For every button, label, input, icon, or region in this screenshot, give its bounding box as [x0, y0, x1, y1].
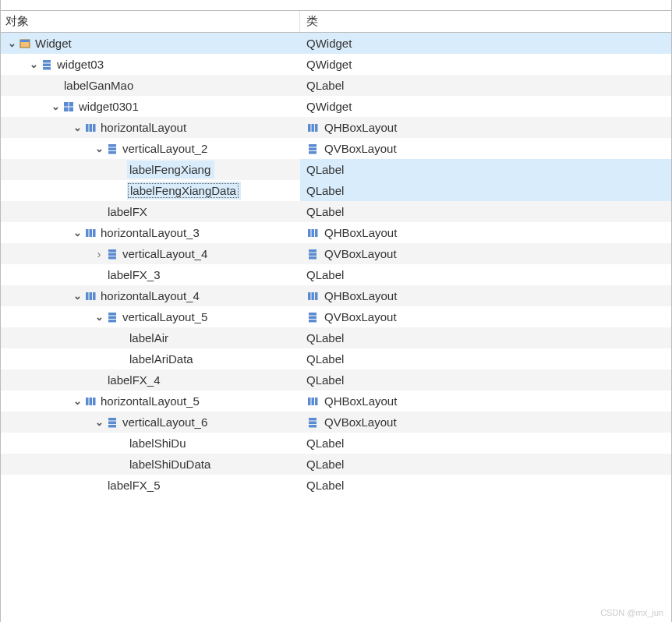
tree-row[interactable]: labelAriDataQLabel	[1, 348, 671, 369]
tree-row[interactable]: horizontalLayout_4QHBoxLayout	[1, 285, 671, 306]
tree-row[interactable]: labelFX_5QLabel	[1, 475, 671, 496]
cell-class[interactable]: QLabel	[300, 327, 671, 348]
cell-object[interactable]: horizontalLayout_4	[1, 285, 300, 306]
tree-row[interactable]: horizontalLayout_3QHBoxLayout	[1, 222, 671, 243]
object-label-group: labelShiDuData	[127, 455, 214, 473]
cell-class[interactable]: QHBoxLayout	[300, 391, 671, 412]
cell-class[interactable]: QVBoxLayout	[300, 412, 671, 433]
tree-row[interactable]: widget0301QWidget	[1, 96, 671, 117]
object-label-group: verticalLayout_5	[105, 308, 211, 326]
tree-row[interactable]: labelAirQLabel	[1, 327, 671, 348]
cell-object[interactable]: labelGanMao	[1, 75, 300, 96]
cell-object[interactable]: labelFengXiang	[1, 159, 300, 180]
cell-class[interactable]: QLabel	[300, 159, 671, 180]
cell-class[interactable]: QLabel	[300, 475, 671, 496]
object-label-group: horizontalLayout_5	[83, 392, 203, 410]
object-label-group: widget03	[40, 55, 108, 73]
cell-object[interactable]: labelShiDuData	[1, 454, 300, 475]
chevron-down-icon[interactable]	[5, 37, 18, 49]
cell-class[interactable]: QLabel	[300, 454, 671, 475]
tree-row[interactable]: WidgetQWidget	[1, 33, 671, 54]
tree-row[interactable]: labelFXQLabel	[1, 201, 671, 222]
cell-class[interactable]: QWidget	[300, 54, 671, 75]
cell-class[interactable]: QWidget	[300, 96, 671, 117]
chevron-down-icon[interactable]	[49, 101, 62, 112]
object-label-group: verticalLayout_4	[105, 245, 211, 263]
object-name: verticalLayout_6	[121, 415, 209, 429]
chevron-down-icon[interactable]	[93, 416, 105, 428]
cell-class[interactable]: QVBoxLayout	[300, 138, 671, 159]
cell-object[interactable]: Widget	[1, 33, 300, 54]
cell-object[interactable]: horizontalLayout_3	[1, 222, 300, 243]
tree-row[interactable]: labelShiDuQLabel	[1, 433, 671, 454]
class-name: QWidget	[306, 58, 352, 71]
class-name: QLabel	[306, 268, 344, 281]
cell-class[interactable]: QLabel	[300, 75, 671, 96]
tree-row[interactable]: labelFX_4QLabel	[1, 369, 671, 391]
tree-row[interactable]: labelShiDuDataQLabel	[1, 454, 671, 475]
vbox-icon	[106, 143, 118, 155]
cell-class[interactable]: QVBoxLayout	[300, 306, 671, 327]
object-name: labelShiDu	[128, 436, 188, 450]
tree-body[interactable]: WidgetQWidgetwidget03QWidgetlabelGanMaoQ…	[1, 33, 671, 496]
chevron-right-icon[interactable]	[93, 247, 105, 260]
tree-row[interactable]: verticalLayout_4QVBoxLayout	[1, 243, 671, 264]
cell-class[interactable]: QHBoxLayout	[300, 117, 671, 138]
chevron-down-icon[interactable]	[71, 395, 83, 407]
header-class[interactable]: 类	[300, 11, 671, 32]
cell-object[interactable]: widget0301	[1, 96, 300, 117]
tree-row[interactable]: labelGanMaoQLabel	[1, 75, 671, 96]
cell-class[interactable]: QLabel	[300, 433, 671, 454]
cell-object[interactable]: widget03	[1, 54, 300, 75]
vbox-icon	[106, 311, 118, 323]
class-name: QHBoxLayout	[324, 121, 397, 134]
cell-class[interactable]: QHBoxLayout	[300, 285, 671, 306]
cell-class[interactable]: QLabel	[300, 180, 671, 201]
tree-row[interactable]: labelFX_3QLabel	[1, 264, 671, 285]
tree-row[interactable]: horizontalLayout_5QHBoxLayout	[1, 391, 671, 412]
cell-object[interactable]: labelFX	[1, 201, 300, 222]
chevron-down-icon[interactable]	[71, 290, 83, 302]
class-name: QWidget	[306, 100, 352, 113]
object-name: labelFX_5	[106, 479, 162, 492]
chevron-down-icon[interactable]	[27, 58, 40, 70]
vbox-icon	[306, 416, 319, 429]
cell-class[interactable]: QLabel	[300, 369, 671, 391]
cell-object[interactable]: verticalLayout_2	[1, 138, 300, 159]
tree-row[interactable]: labelFengXiangDataQLabel	[1, 180, 671, 201]
cell-object[interactable]: labelFX_5	[1, 475, 300, 496]
header-object[interactable]: 对象	[1, 11, 300, 32]
cell-object[interactable]: verticalLayout_5	[1, 306, 300, 327]
cell-object[interactable]: labelShiDu	[1, 433, 300, 454]
tree-row[interactable]: verticalLayout_2QVBoxLayout	[1, 138, 671, 159]
chevron-down-icon[interactable]	[71, 122, 83, 133]
cell-object[interactable]: horizontalLayout_5	[1, 391, 300, 412]
cell-class[interactable]: QLabel	[300, 264, 671, 285]
cell-object[interactable]: horizontalLayout	[1, 117, 300, 138]
tree-row[interactable]: labelFengXiangQLabel	[1, 159, 671, 180]
cell-class[interactable]: QLabel	[300, 201, 671, 222]
cell-class[interactable]: QWidget	[300, 33, 671, 54]
cell-object[interactable]: labelFengXiangData	[1, 180, 300, 201]
hbox-icon	[84, 227, 97, 239]
cell-object[interactable]: labelAir	[1, 327, 300, 348]
chevron-down-icon[interactable]	[71, 227, 83, 239]
object-name: labelAriData	[128, 352, 195, 366]
cell-object[interactable]: verticalLayout_4	[1, 243, 300, 264]
vbox-icon	[306, 248, 319, 260]
chevron-down-icon[interactable]	[93, 143, 105, 154]
tree-row[interactable]: widget03QWidget	[1, 54, 671, 75]
tree-row[interactable]: horizontalLayoutQHBoxLayout	[1, 117, 671, 138]
widget-icon	[19, 37, 31, 50]
tree-row[interactable]: verticalLayout_6QVBoxLayout	[1, 412, 671, 433]
cell-class[interactable]: QVBoxLayout	[300, 243, 671, 264]
cell-class[interactable]: QLabel	[300, 348, 671, 369]
tree-row[interactable]: verticalLayout_5QVBoxLayout	[1, 306, 671, 327]
class-name: QLabel	[306, 458, 344, 471]
cell-object[interactable]: labelFX_3	[1, 264, 300, 285]
chevron-down-icon[interactable]	[93, 311, 105, 323]
cell-class[interactable]: QHBoxLayout	[300, 222, 671, 243]
cell-object[interactable]: labelFX_4	[1, 369, 300, 391]
cell-object[interactable]: labelAriData	[1, 348, 300, 369]
cell-object[interactable]: verticalLayout_6	[1, 412, 300, 433]
